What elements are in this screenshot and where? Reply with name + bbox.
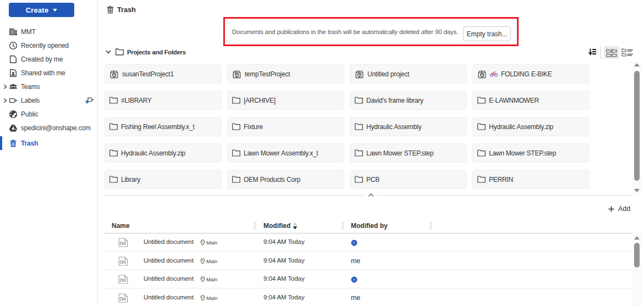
svg-text:On: On <box>120 259 126 265</box>
svg-text:On: On <box>120 296 126 302</box>
svg-text:On: On <box>120 241 126 246</box>
svg-text:On: On <box>120 277 126 283</box>
